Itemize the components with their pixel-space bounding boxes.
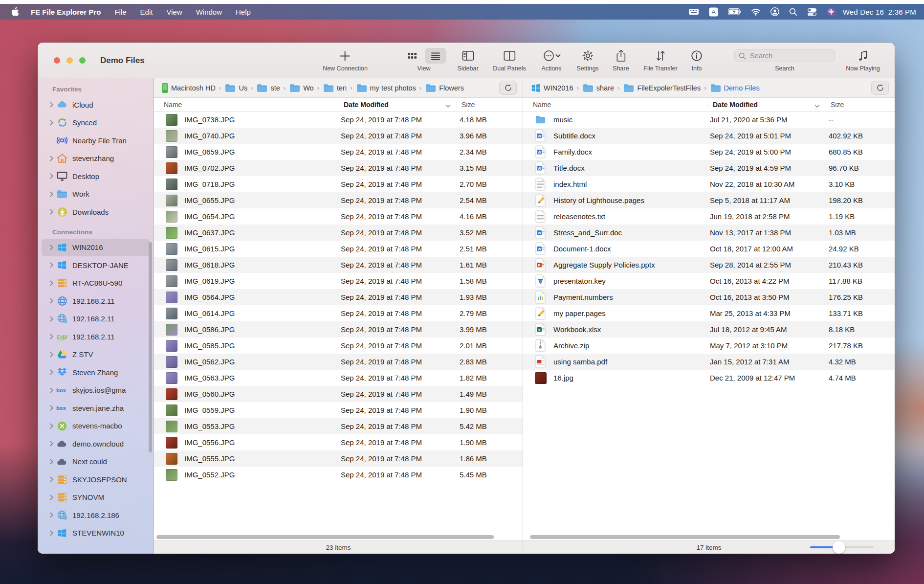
input-source-icon[interactable]: A: [709, 7, 718, 17]
table-row[interactable]: IMG_0615.JPG Sep 24, 2019 at 7:48 PM 2.5…: [154, 241, 523, 257]
sidebar-item-steven-zhang[interactable]: Steven Zhang: [42, 363, 150, 382]
table-row[interactable]: IMG_0553.JPG Sep 24, 2019 at 7:48 PM 5.4…: [154, 418, 523, 434]
keyboard-icon[interactable]: [688, 7, 699, 16]
disclosure-chevron-icon[interactable]: [47, 280, 55, 286]
breadcrumb-segment[interactable]: Demo Files: [710, 83, 760, 93]
sidebar-item-desktop[interactable]: Desktop: [42, 167, 150, 185]
list-view-icon[interactable]: [425, 48, 446, 64]
disclosure-chevron-icon[interactable]: [47, 298, 55, 304]
column-header-size[interactable]: Size: [826, 101, 895, 109]
user-icon[interactable]: [770, 7, 779, 16]
zoom-slider[interactable]: [810, 546, 874, 548]
table-row[interactable]: W Subtitle.docx Sep 24, 2019 at 5:01 PM …: [523, 128, 895, 144]
table-row[interactable]: IMG_0654.JPG Sep 24, 2019 at 7:48 PM 4.1…: [154, 208, 523, 225]
table-row[interactable]: IMG_0702.JPG Sep 24, 2019 at 7:48 PM 3.1…: [154, 160, 523, 176]
disclosure-chevron-icon[interactable]: [47, 512, 55, 518]
table-row[interactable]: IMG_0614.JPG Sep 24, 2019 at 7:48 PM 2.7…: [154, 305, 523, 321]
horizontal-scrollbar[interactable]: [156, 535, 494, 539]
table-row[interactable]: IMG_0655.JPG Sep 24, 2019 at 7:48 PM 2.5…: [154, 192, 523, 208]
disclosure-chevron-icon[interactable]: [47, 530, 55, 536]
table-row[interactable]: index.html Nov 22, 2018 at 10:30 AM 3.10…: [523, 176, 895, 192]
sidebar-item-icloud[interactable]: iCloud: [42, 96, 150, 114]
sidebar-item-skyjos-ios-gma[interactable]: box skyjos.ios@gma: [42, 382, 150, 400]
table-row[interactable]: presentaton.key Oct 16, 2013 at 4:22 PM …: [523, 273, 895, 289]
table-row[interactable]: X Workbook.xlsx Jul 18, 2012 at 9:45 AM …: [523, 321, 895, 337]
table-row[interactable]: IMG_0586.JPG Sep 24, 2019 at 7:48 PM 3.9…: [154, 321, 523, 337]
sidebar-item-rt-ac86u-590[interactable]: RT-AC86U-590: [42, 274, 150, 292]
sidebar-item-stevens-macbo[interactable]: stevens-macbo: [42, 417, 150, 435]
table-row[interactable]: IMG_0560.JPG Sep 24, 2019 at 7:48 PM 1.4…: [154, 386, 523, 402]
column-header-size[interactable]: Size: [457, 101, 523, 109]
toolbar-dual-button[interactable]: Dual Panels: [493, 47, 526, 72]
zoom-button[interactable]: [79, 57, 86, 64]
disclosure-chevron-icon[interactable]: [47, 476, 55, 482]
column-header-name[interactable]: Name: [533, 101, 708, 109]
table-row[interactable]: IMG_0556.JPG Sep 24, 2019 at 7:48 PM 1.9…: [154, 434, 523, 450]
table-row[interactable]: 16.jpg Dec 21, 2009 at 12:47 PM 4.74 MB: [523, 370, 895, 386]
table-row[interactable]: IMG_0585.JPG Sep 24, 2019 at 7:48 PM 2.0…: [154, 337, 523, 354]
table-row[interactable]: IMG_0659.JPG Sep 24, 2019 at 7:48 PM 2.3…: [154, 144, 523, 160]
table-row[interactable]: IMG_0552.JPG Sep 24, 2019 at 7:48 PM 5.4…: [154, 467, 523, 483]
sidebar-item-skyjosepson[interactable]: SKYJOSEPSON: [42, 471, 150, 489]
sidebar-item-demo-owncloud[interactable]: demo.owncloud: [42, 435, 150, 453]
breadcrumb-segment[interactable]: ste: [256, 83, 280, 93]
zoom-slider-knob[interactable]: [833, 541, 845, 554]
refresh-button[interactable]: [499, 81, 517, 95]
menubar-menu-edit[interactable]: Edit: [140, 8, 153, 16]
table-row[interactable]: W Stress_and_Surr.doc Nov 13, 2017 at 1:…: [523, 225, 895, 241]
sidebar-item-stevenzhang[interactable]: stevenzhang: [42, 150, 150, 168]
disclosure-chevron-icon[interactable]: [47, 494, 55, 500]
disclosure-chevron-icon[interactable]: [47, 334, 55, 339]
table-row[interactable]: P Aggregate Supply Policies.pptx Sep 28,…: [523, 257, 895, 273]
table-row[interactable]: IMG_0562.JPG Sep 24, 2019 at 7:48 PM 2.8…: [154, 354, 523, 370]
sidebar-item-next-could[interactable]: Next could: [42, 453, 150, 471]
table-row[interactable]: IMG_0637.JPG Sep 24, 2019 at 7:48 PM 3.5…: [154, 225, 523, 241]
sidebar-item-z-stv[interactable]: Z STV: [42, 346, 150, 364]
table-row[interactable]: W Title.docx Sep 24, 2019 at 4:59 PM 96.…: [523, 160, 895, 176]
column-header-date-modified[interactable]: Date Modified: [339, 101, 457, 109]
menubar-clock[interactable]: Wed Dec 16 2:36 PM: [843, 8, 916, 16]
table-row[interactable]: W Document-1.docx Oct 18, 2017 at 12:00 …: [523, 241, 895, 257]
refresh-button[interactable]: [871, 81, 889, 95]
table-row[interactable]: History of Lighthouse.pages Sep 5, 2018 …: [523, 192, 895, 208]
sidebar-item-synced[interactable]: Synced: [42, 114, 150, 132]
sidebar-item-win2016[interactable]: WIN2016: [42, 239, 150, 257]
breadcrumb-segment[interactable]: share: [582, 83, 614, 93]
wifi-icon[interactable]: [751, 8, 761, 16]
toolbar-nowplaying-button[interactable]: Now Playing: [846, 47, 880, 72]
menubar-menu-file[interactable]: File: [114, 8, 126, 16]
sidebar-item-192-168-2-11[interactable]: DAV 192.168.2.11: [42, 328, 150, 346]
table-row[interactable]: IMG_0559.JPG Sep 24, 2019 at 7:48 PM 1.9…: [154, 402, 523, 418]
sidebar-item-downloads[interactable]: Downloads: [42, 203, 150, 221]
disclosure-chevron-icon[interactable]: [47, 352, 55, 358]
toolbar-sidebar-button[interactable]: Sidebar: [457, 47, 478, 72]
menubar-menu-help[interactable]: Help: [236, 8, 251, 16]
breadcrumb-segment[interactable]: Wo: [289, 83, 314, 93]
search-icon[interactable]: [789, 8, 797, 16]
breadcrumb-segment[interactable]: Us: [224, 83, 247, 93]
table-row[interactable]: music Jul 21, 2020 at 5:36 PM --: [523, 112, 895, 128]
disclosure-chevron-icon[interactable]: [47, 369, 55, 375]
control-center-icon[interactable]: [807, 8, 817, 16]
toolbar-actions-button[interactable]: Actions: [542, 47, 562, 72]
disclosure-chevron-icon[interactable]: [47, 245, 55, 250]
toolbar-transfer-button[interactable]: File Transfer: [643, 47, 677, 72]
app-sphere-icon[interactable]: [827, 7, 836, 17]
disclosure-chevron-icon[interactable]: [47, 405, 55, 411]
disclosure-chevron-icon[interactable]: [47, 173, 55, 179]
breadcrumb-segment[interactable]: WIN2016: [530, 83, 573, 93]
sidebar-scrollbar[interactable]: [149, 242, 152, 452]
disclosure-chevron-icon[interactable]: [47, 423, 55, 429]
grid-view-icon[interactable]: [401, 48, 423, 64]
menubar-menu-window[interactable]: Window: [196, 8, 222, 16]
disclosure-chevron-icon[interactable]: [47, 441, 55, 447]
table-row[interactable]: IMG_0740.JPG Sep 24, 2019 at 7:48 PM 3.9…: [154, 128, 523, 144]
sidebar-item-192-168-2-11[interactable]: 192.168.2.11: [42, 292, 150, 310]
menubar-menu-view[interactable]: View: [166, 8, 182, 16]
toolbar-info-button[interactable]: Info: [690, 47, 703, 72]
toolbar-new-button[interactable]: New Connection: [323, 47, 368, 72]
table-row[interactable]: IMG_0555.JPG Sep 24, 2019 at 7:48 PM 1.8…: [154, 450, 523, 467]
breadcrumb-segment[interactable]: my test photos: [356, 83, 416, 93]
sidebar-item-synovm[interactable]: SYNOVM: [42, 489, 150, 507]
close-button[interactable]: [54, 57, 60, 64]
